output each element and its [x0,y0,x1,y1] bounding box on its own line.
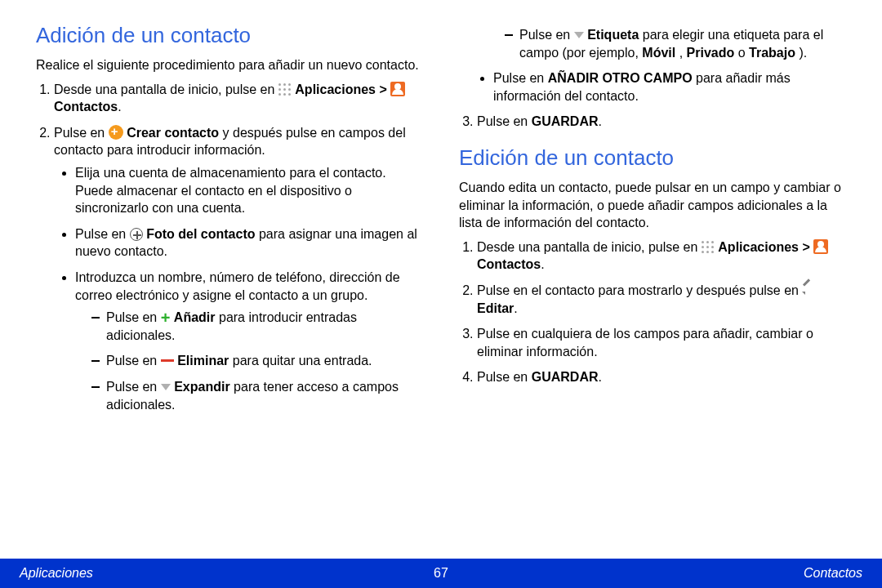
text: Pulse en [519,28,574,42]
save-label: GUARDAR [532,370,599,384]
add-step-1: Desde una pantalla de inicio, pulse en A… [54,81,423,116]
text: . [599,114,602,128]
contact-photo-label: Foto del contacto [146,227,255,241]
bullet-storage-account: Elija una cuenta de almacenamiento para … [75,164,423,217]
remove-label: Eliminar [177,354,229,368]
create-contact-icon [109,125,123,140]
text: Pulse en [477,370,532,384]
text: ). [799,46,807,60]
expand-icon [161,384,171,390]
edit-label: Editar [477,301,514,315]
edit-contact-steps: Desde una pantalla de inicio, pulse en A… [459,238,846,386]
text: Introduzca un nombre, número de teléfono… [75,270,400,302]
add-icon: + [161,309,171,327]
label-work: Trabajo [749,46,795,60]
text: Pulse en [477,114,532,128]
text: . [118,100,121,114]
edit-step-1: Desde una pantalla de inicio, pulse en A… [477,238,846,274]
text: Pulse en [75,227,130,241]
text: . [541,257,544,271]
footer-section-left: Aplicaciones [20,566,93,581]
contacts-icon [813,239,828,254]
contacts-label: Contactos [54,100,118,114]
dash-remove: Pulse en Eliminar para quitar una entrad… [91,352,423,370]
text: Pulse en [54,126,109,140]
bullet-add-field: Pulse en AÑADIR OTRO CAMPO para añadir m… [493,69,846,105]
heading-add-contact: Adición de un contacto [36,23,423,48]
remove-icon [161,359,174,362]
edit-step-4: Pulse en GUARDAR. [477,368,846,386]
edit-pencil-icon [802,283,813,295]
heading-edit-contact: Edición de un contacto [459,145,846,171]
add-contact-steps: Desde una pantalla de inicio, pulse en A… [36,81,423,414]
text: Pulse en [493,71,548,85]
text: . [599,370,602,384]
bullet-contact-photo: Pulse en Foto del contacto para asignar … [75,225,423,261]
contacts-label: Contactos [477,257,541,271]
step2-continued-bullets: Pulse en AÑADIR OTRO CAMPO para añadir m… [459,69,846,105]
footer-page-number: 67 [434,566,448,581]
text: o [738,46,749,60]
text: Pulse en [106,310,161,324]
text: Desde una pantalla de inicio, pulse en [54,82,278,96]
intro-add-contact: Realice el siguiente procedimiento para … [36,56,423,74]
contacts-icon [390,82,405,96]
text: , [679,46,687,60]
create-contact-label: Crear contacto [127,126,219,140]
edit-step-3: Pulse en cualquiera de los campos para a… [477,325,846,360]
add-contact-steps-cont: Pulse en GUARDAR. [459,113,846,131]
contact-photo-icon [130,228,143,241]
bullet-enter-info: Introduzca un nombre, número de teléfono… [75,269,423,413]
text: Pulse en [106,380,161,394]
step2-continued-dashes: Pulse en Etiqueta para elegir una etique… [459,26,846,61]
entry-actions: Pulse en + Añadir para introducir entrad… [75,309,423,413]
save-label: GUARDAR [532,114,599,128]
text: Pulse en [106,354,161,368]
page-footer: Aplicaciones 67 Contactos [0,559,882,588]
right-column: Pulse en Etiqueta para elegir una etique… [459,23,846,547]
apps-grid-icon [278,83,292,96]
add-label: Añadir [174,310,216,324]
dash-expand: Pulse en Expandir para tener acceso a ca… [91,378,423,413]
add-step-3: Pulse en GUARDAR. [477,113,846,131]
intro-edit-contact: Cuando edita un contacto, puede pulsar e… [459,179,846,232]
label-mobile: Móvil [642,46,675,60]
add-step-2-bullets: Elija una cuenta de almacenamiento para … [54,164,423,413]
text: Pulse en el contacto para mostrarlo y de… [477,283,802,297]
dash-label: Pulse en Etiqueta para elegir una etique… [505,26,846,61]
add-field-label: AÑADIR OTRO CAMPO [548,71,693,85]
dash-add: Pulse en + Añadir para introducir entrad… [91,309,423,344]
label-dropdown-icon [574,32,584,38]
label-private: Privado [687,46,735,60]
label-bold: Etiqueta [587,28,639,42]
footer-section-right: Contactos [804,566,862,581]
text: para quitar una entrada. [233,354,372,368]
add-step-2: Pulse en Crear contacto y después pulse … [54,124,423,413]
text: . [514,301,517,315]
edit-step-2: Pulse en el contacto para mostrarlo y de… [477,282,846,317]
left-column: Adición de un contacto Realice el siguie… [36,23,423,547]
expand-label: Expandir [174,380,229,394]
apps-label: Aplicaciones > [295,82,390,96]
apps-grid-icon [702,241,715,254]
apps-label: Aplicaciones > [718,240,813,254]
text: Desde una pantalla de inicio, pulse en [477,240,702,254]
